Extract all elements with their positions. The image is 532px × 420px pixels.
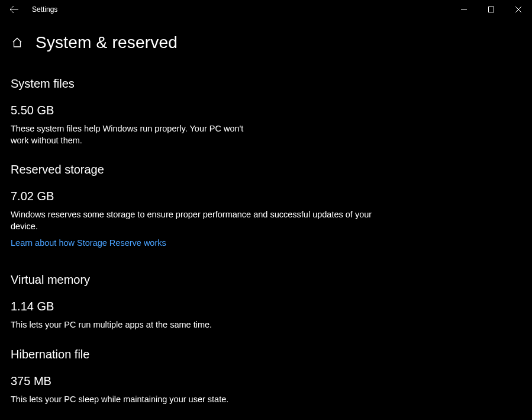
home-button[interactable] [11,36,24,49]
home-icon [11,37,23,49]
maximize-icon [488,7,494,12]
reserved-storage-heading: Reserved storage [11,163,521,177]
virtual-memory-desc: This lets your PC run multiple apps at t… [11,319,389,331]
reserved-storage-desc: Windows reserves some storage to ensure … [11,209,389,232]
virtual-memory-heading: Virtual memory [11,273,521,287]
hibernation-file-heading: Hibernation file [11,348,521,361]
reserved-storage-value: 7.02 GB [11,190,521,203]
svg-rect-1 [489,7,494,12]
app-title: Settings [32,5,57,14]
section-reserved-storage: Reserved storage 7.02 GB Windows reserve… [11,163,521,248]
minimize-button[interactable] [450,0,478,19]
section-system-files: System files 5.50 GB These system files … [11,77,521,146]
close-button[interactable] [505,0,532,19]
storage-reserve-link[interactable]: Learn about how Storage Reserve works [11,238,166,248]
virtual-memory-value: 1.14 GB [11,300,521,313]
back-arrow-icon [9,5,19,14]
system-files-heading: System files [11,77,521,91]
system-files-desc: These system files help Windows run prop… [11,123,259,146]
hibernation-file-value: 375 MB [11,374,521,388]
section-hibernation-file: Hibernation file 375 MB This lets your P… [11,348,521,406]
close-icon [515,7,521,12]
maximize-button[interactable] [478,0,505,19]
system-files-value: 5.50 GB [11,104,521,117]
page-title: System & reserved [36,33,178,52]
back-button[interactable] [5,0,24,19]
section-virtual-memory: Virtual memory 1.14 GB This lets your PC… [11,273,521,331]
content: System files 5.50 GB These system files … [0,57,532,417]
minimize-icon [461,7,467,12]
page-header: System & reserved [0,19,532,57]
hibernation-file-desc: This lets your PC sleep while maintainin… [11,394,389,406]
titlebar: Settings [0,0,532,19]
window-controls [450,0,532,19]
